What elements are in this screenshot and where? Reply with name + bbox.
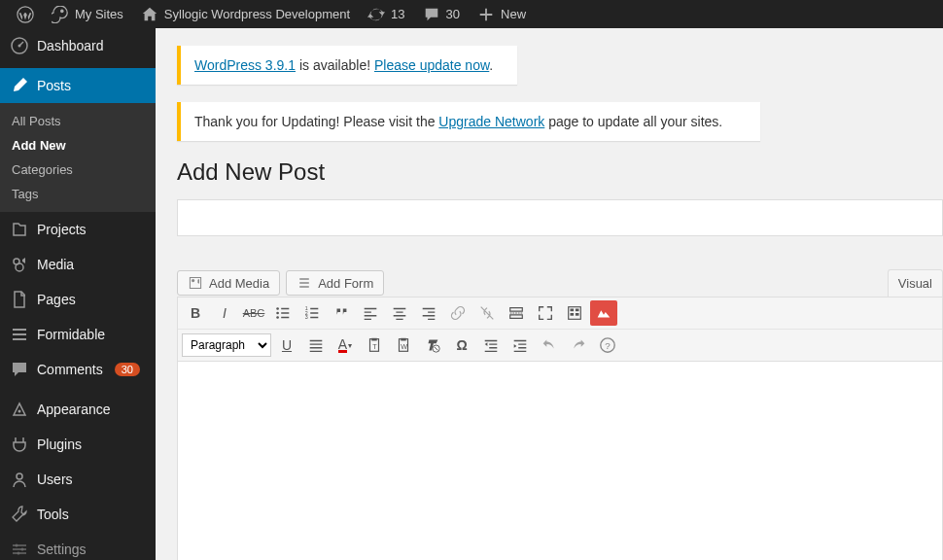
main-content: WordPress 3.9.1 is available! Please upd… [156,28,943,560]
menu-dashboard-label: Dashboard [37,38,104,53]
svg-point-6 [16,544,18,547]
unlink-button[interactable] [473,300,501,326]
svg-point-10 [276,307,279,310]
menu-settings[interactable]: Settings [0,532,156,560]
svg-point-7 [21,548,24,551]
update-now-link[interactable]: Please update now [374,57,489,73]
paste-text-button[interactable]: T [361,332,388,358]
bold-button[interactable]: B [182,300,209,326]
paste-word-button[interactable]: W [390,332,417,358]
menu-comments[interactable]: Comments30 [0,352,156,387]
mce-button[interactable] [590,300,617,326]
wp-logo[interactable] [8,6,43,23]
new-link[interactable]: New [469,6,535,23]
svg-point-11 [276,312,279,315]
comments-count: 30 [446,7,460,21]
link-button[interactable] [444,300,472,326]
blockquote-button[interactable] [328,300,355,326]
upgrade-network-link[interactable]: Upgrade Network [438,114,544,129]
text-color-button[interactable]: A▾ [332,332,359,358]
menu-plugins[interactable]: Plugins [0,427,156,462]
underline-button[interactable]: U [273,332,300,358]
my-sites-link[interactable]: My Sites [43,6,132,23]
notice-text: page to update all your sites. [544,114,722,129]
menu-tools[interactable]: Tools [0,497,156,532]
submenu-all-posts[interactable]: All Posts [0,109,156,133]
page-title: Add New Post [177,158,943,186]
menu-formidable[interactable]: Formidable [0,317,156,352]
help-button[interactable]: ? [594,332,621,358]
post-title-input[interactable] [177,199,943,236]
menu-projects[interactable]: Projects [0,212,156,247]
svg-rect-19 [571,313,575,316]
insert-more-button[interactable] [503,300,530,326]
menu-posts-label: Posts [37,78,71,93]
italic-button[interactable]: I [211,300,238,326]
strikethrough-button[interactable]: ABC [240,300,267,326]
menu-dashboard[interactable]: Dashboard [0,28,156,63]
svg-text:T: T [372,342,377,351]
svg-rect-25 [401,338,405,341]
menu-settings-label: Settings [37,542,87,557]
format-select[interactable]: Paragraph [182,333,271,357]
menu-pages-label: Pages [37,292,76,307]
svg-text:3: 3 [305,314,308,320]
submenu-categories[interactable]: Categories [0,158,156,182]
add-media-button[interactable]: Add Media [177,270,280,296]
menu-appearance[interactable]: Appearance [0,392,156,427]
submenu-tags[interactable]: Tags [0,182,156,206]
align-right-button[interactable] [415,300,442,326]
remove-format-button[interactable] [419,332,446,358]
editor-toolbar: B I ABC 123 Paragraph U A▾ T W Ω [177,297,943,362]
my-sites-label: My Sites [75,7,123,21]
bullet-list-button[interactable] [269,300,297,326]
menu-plugins-label: Plugins [37,437,82,452]
menu-users[interactable]: Users [0,462,156,497]
update-notice: WordPress 3.9.1 is available! Please upd… [177,46,517,85]
updates-count: 13 [391,7,404,21]
add-media-label: Add Media [209,276,269,291]
wp-version-link[interactable]: WordPress 3.9.1 [194,57,296,73]
menu-pages[interactable]: Pages [0,282,156,317]
notice-text: is available! [296,57,374,73]
svg-text:?: ? [605,340,611,351]
indent-button[interactable] [506,332,534,358]
updates-link[interactable]: 13 [359,6,413,23]
menu-media-label: Media [37,257,74,272]
menu-formidable-label: Formidable [37,327,105,342]
visual-tab[interactable]: Visual [888,269,943,297]
notice-text: Thank you for Updating! Please visit the [194,114,438,129]
editor-body[interactable] [177,362,943,560]
site-name-link[interactable]: Syllogic Wordpress Development [132,6,359,23]
menu-projects-label: Projects [37,222,87,237]
svg-point-9 [192,279,194,282]
special-char-button[interactable]: Ω [448,332,475,358]
svg-rect-22 [371,338,376,341]
notice-text: . [489,57,493,73]
svg-point-12 [276,316,279,319]
menu-media[interactable]: Media [0,247,156,282]
menu-comments-label: Comments [37,362,103,377]
add-form-label: Add Form [318,276,373,291]
outdent-button[interactable] [477,332,505,358]
toolbar-toggle-button[interactable] [561,300,588,326]
number-list-button[interactable]: 123 [298,300,326,326]
menu-appearance-label: Appearance [37,402,111,417]
site-name-label: Syllogic Wordpress Development [164,7,350,21]
fullscreen-button[interactable] [532,300,559,326]
media-buttons-row: Add Media Add Form Visual [177,269,943,297]
comments-link[interactable]: 30 [414,6,469,23]
svg-rect-20 [576,313,579,316]
svg-point-8 [17,552,20,555]
add-form-button[interactable]: Add Form [286,270,384,296]
align-left-button[interactable] [357,300,384,326]
admin-sidebar: Dashboard Posts All Posts Add New Catego… [0,28,156,560]
menu-tools-label: Tools [37,507,69,522]
undo-button[interactable] [536,332,563,358]
align-justify-button[interactable] [302,332,330,358]
submenu-add-new[interactable]: Add New [0,133,156,158]
upgrade-notice: Thank you for Updating! Please visit the… [177,102,760,141]
align-center-button[interactable] [386,300,413,326]
menu-posts[interactable]: Posts [0,68,156,103]
redo-button[interactable] [565,332,592,358]
